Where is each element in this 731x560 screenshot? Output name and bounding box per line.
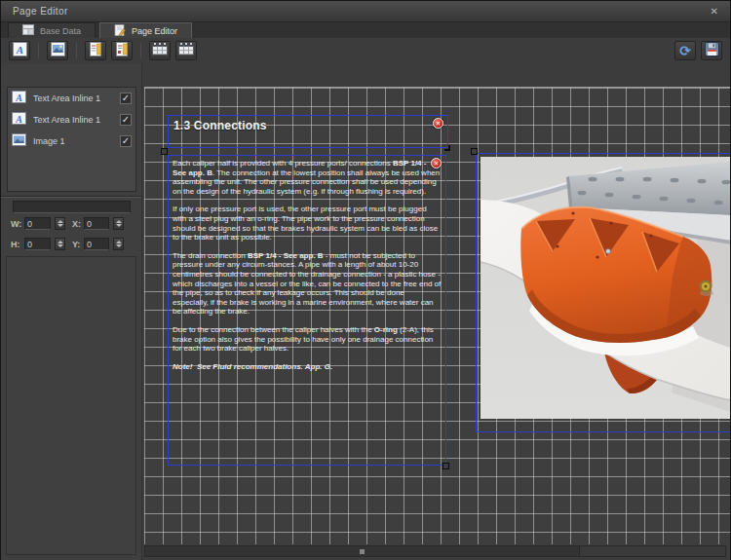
svg-text:A: A [15,114,22,125]
text-paragraph: Each caliper half is provided with 4 pre… [173,159,442,196]
image-tool-button[interactable] [47,41,68,60]
image-icon [12,132,26,150]
titlebar: Page Editor ✕ [1,1,730,22]
layer-label: Text Area Inline 1 [33,93,113,103]
toolbar-separator [140,43,141,58]
resize-handle-top-left[interactable] [471,148,478,155]
sidebar: A Text Area Inline 1 ✓ A Text Area Inlin… [1,63,142,560]
sidebar-divider [1,196,141,198]
resize-handle-top-left[interactable] [161,148,168,155]
table-tool-icon [152,42,168,59]
document-template-tool-button-1[interactable] [85,41,106,60]
height-label: H: [11,240,20,249]
height-input[interactable] [24,238,51,250]
table-tool-icon [178,42,194,59]
canvas-wrap: 1.3 Connections ✕ Each caliper half is p… [142,63,730,560]
tab-base-data[interactable]: Base Data [8,22,96,38]
window-close-button[interactable]: ✕ [711,6,718,17]
layer-checkbox[interactable]: ✓ [120,114,132,126]
save-button[interactable] [701,41,722,60]
delete-block-button[interactable]: ✕ [433,118,443,129]
horizontal-scrollbar[interactable] [144,545,726,557]
svg-text:A: A [15,43,22,55]
x-label: X: [72,219,81,229]
stepper-down-icon[interactable] [116,224,122,227]
layer-item-text-area-1[interactable]: A Text Area Inline 1 ✓ [8,88,135,109]
page-editor-icon [114,24,126,38]
text-paragraph: The drain connection BSP 1/4 - See app. … [173,251,442,317]
svg-text:A: A [15,93,22,103]
x-input[interactable] [84,217,109,230]
stepper-up-icon[interactable] [58,241,63,243]
refresh-button[interactable]: ⟳ [674,41,696,60]
toolbar-separator [38,43,39,58]
layer-item-text-area-2[interactable]: A Text Area Inline 1 ✓ [8,109,135,131]
stepper-down-icon[interactable] [116,244,122,247]
save-icon [705,42,719,60]
stepper-up-icon[interactable] [116,220,122,223]
size-row: W: X: [1,217,142,231]
page-canvas[interactable]: 1.3 Connections ✕ Each caliper half is p… [144,87,730,544]
y-input[interactable] [84,238,109,250]
scrollbar-grip-icon [360,549,365,554]
width-label: W: [11,219,21,229]
heading-text-block[interactable]: 1.3 Connections ✕ [168,115,448,148]
scrollbar-thumb[interactable] [145,546,580,556]
brake-caliper-image [481,157,730,419]
text-paragraph: Note! See Fluid recommendations. App. G. [173,362,442,372]
tab-label: Base Data [40,26,81,36]
table-tool-button-1[interactable] [149,41,171,60]
table-tool-button-2[interactable] [175,41,197,60]
image-tool-icon [51,42,65,60]
document-template-icon [115,42,130,60]
layers-panel: A Text Area Inline 1 ✓ A Text Area Inlin… [7,87,136,192]
x-stepper[interactable] [113,217,124,230]
text-area-tool-button[interactable]: A [9,41,30,60]
stepper-down-icon[interactable] [58,244,63,247]
text-paragraph: If only one pressure port is used, the o… [173,205,442,242]
tab-page-editor[interactable]: Page Editor [99,22,192,38]
toolbar: A [1,38,730,63]
text-area-icon: A [12,90,26,107]
sidebar-empty-panel [6,256,136,555]
element-name-input[interactable] [13,201,131,213]
tab-bar: Base Data Page Editor [1,22,730,38]
tab-label: Page Editor [132,26,177,36]
width-input[interactable] [24,217,51,230]
position-row: H: Y: [1,238,142,251]
document-template-tool-button-2[interactable] [111,41,133,60]
document-template-icon [89,42,103,60]
stepper-up-icon[interactable] [116,241,122,243]
window-title: Page Editor [13,6,68,17]
resize-handle-bottom-right[interactable] [442,463,449,469]
layer-item-image-1[interactable]: Image 1 ✓ [8,131,135,152]
delete-block-button[interactable]: ✕ [431,158,442,168]
layer-label: Image 1 [33,136,113,146]
main-area: A Text Area Inline 1 ✓ A Text Area Inlin… [1,63,730,560]
layer-checkbox[interactable]: ✓ [120,135,132,147]
stepper-up-icon[interactable] [58,220,63,223]
text-paragraph: Due to the connection between the calipe… [173,325,442,354]
height-stepper[interactable] [55,238,65,250]
resize-corner-mark[interactable] [444,145,450,151]
text-tool-icon: A [13,42,27,60]
width-stepper[interactable] [55,217,65,230]
text-area-icon: A [12,111,26,129]
toolbar-separator [76,43,77,58]
body-text-block[interactable]: Each caliper half is provided with 4 pre… [168,155,446,466]
page-heading: 1.3 Connections [173,119,267,132]
body-text: Each caliper half is provided with 4 pre… [173,159,442,380]
refresh-icon: ⟳ [679,44,691,57]
y-stepper[interactable] [113,238,124,250]
layer-checkbox[interactable]: ✓ [120,93,132,104]
y-label: Y: [72,240,80,249]
page-editor-window: Page Editor ✕ Base Data Page Editor A [0,0,731,560]
image-block[interactable] [476,153,730,432]
stepper-down-icon[interactable] [58,224,63,227]
layer-label: Text Area Inline 1 [33,115,113,125]
base-data-icon [22,24,34,37]
